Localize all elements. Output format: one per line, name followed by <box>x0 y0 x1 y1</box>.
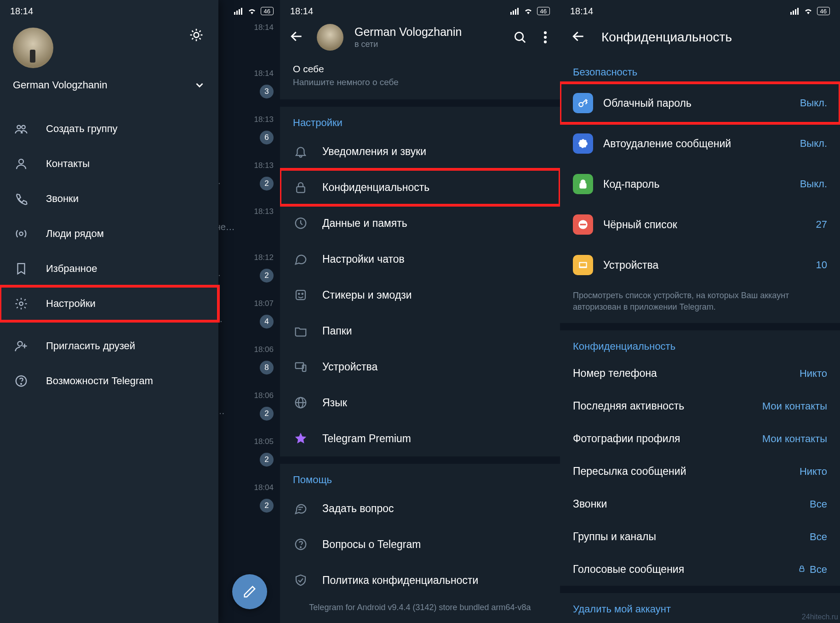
drawer-item-gear[interactable]: Настройки <box>0 286 218 321</box>
more-icon[interactable] <box>543 30 547 44</box>
svg-point-31 <box>544 36 547 39</box>
passcode-icon <box>573 174 593 194</box>
chat-row[interactable]: 18:13 кому не… <box>216 202 280 248</box>
privacy-item-value: Все <box>810 531 827 543</box>
security-item-passcode[interactable]: Код-пароль Выкл. <box>560 164 840 204</box>
chat-row[interactable]: 18:06 utube… 2 <box>216 386 280 433</box>
settings-item-folder[interactable]: Папки <box>280 313 560 349</box>
help-item-label: Политика конфиденциальности <box>322 574 478 587</box>
security-item-autodelete[interactable]: Автоудаление сообщений Выкл. <box>560 123 840 164</box>
settings-item-lock[interactable]: Конфиденциальность <box>280 169 560 205</box>
settings-item-data[interactable]: Данные и память <box>280 205 560 241</box>
privacy-item[interactable]: Звонки Все <box>560 488 840 520</box>
drawer-username: German Vologzhanin <box>13 79 107 91</box>
about-section[interactable]: О себе Напишите немного о себе <box>280 56 560 99</box>
help-item-help[interactable]: Вопросы о Telegram <box>280 526 560 562</box>
privacy-item[interactable]: Голосовые сообщения Все <box>560 553 840 586</box>
drawer-item-phone[interactable]: Звонки <box>0 181 218 216</box>
pencil-icon <box>243 585 257 599</box>
wifi-icon <box>523 7 533 15</box>
chat-row[interactable]: 18:07 м в х… 4 <box>216 294 280 340</box>
privacy-item[interactable]: Номер телефона Никто <box>560 357 840 390</box>
battery-indicator: 46 <box>817 7 830 15</box>
sticker-icon <box>293 287 309 303</box>
menu-item-label: Возможности Telegram <box>46 375 153 387</box>
security-item-label: Код-пароль <box>603 178 660 190</box>
unread-badge: 3 <box>260 85 274 98</box>
chat-row[interactable]: 18:05 kai i… 2 <box>216 433 280 479</box>
svg-point-28 <box>515 32 523 40</box>
chat-row[interactable]: 18:14 в М… 3 <box>216 64 280 110</box>
drawer-item-nearby[interactable]: Люди рядом <box>0 216 218 251</box>
drawer-item-bookmark[interactable]: Избранное <box>0 251 218 286</box>
arrow-left-icon <box>289 29 304 44</box>
section-header-delete[interactable]: Удалить мой аккаунт <box>560 593 840 620</box>
about-hint: Напишите немного о себе <box>293 77 547 87</box>
chat-row[interactable]: 18:06 8 <box>216 340 280 386</box>
drawer-item-person[interactable]: Контакты <box>0 146 218 181</box>
privacy-item[interactable]: Последняя активность Мои контакты <box>560 390 840 422</box>
settings-item-star[interactable]: Telegram Premium <box>280 421 560 456</box>
lock-small-icon <box>798 564 806 576</box>
svg-point-14 <box>22 126 25 129</box>
compose-fab[interactable] <box>232 574 267 609</box>
block-icon <box>573 214 593 235</box>
security-item-value: Выкл. <box>800 138 827 150</box>
chat-row[interactable]: 18:14 і по… <box>216 18 280 64</box>
settings-item-label: Язык <box>322 397 347 409</box>
nearby-icon <box>13 225 29 242</box>
back-button[interactable] <box>571 29 588 46</box>
svg-rect-48 <box>793 11 794 15</box>
signal-icon <box>234 7 243 15</box>
watermark: 24hitech.ru <box>802 613 838 621</box>
drawer-item-add-person[interactable]: Пригласить друзей <box>0 329 218 363</box>
settings-item-devices[interactable]: Устройства <box>280 349 560 385</box>
theme-toggle-button[interactable] <box>189 28 206 44</box>
drawer-item-help[interactable]: Возможности Telegram <box>0 363 218 398</box>
back-button[interactable] <box>289 29 306 46</box>
chevron-down-icon[interactable] <box>194 79 206 91</box>
privacy-item-label: Последняя активность <box>573 400 684 412</box>
security-item-label: Чёрный список <box>603 219 677 231</box>
chat-row[interactable]: 18:12 орта… 2 <box>216 248 280 294</box>
help-item-label: Вопросы о Telegram <box>322 538 421 551</box>
chat-row[interactable]: 18:13 вые… 6 <box>216 110 280 156</box>
settings-item-sticker[interactable]: Стикеры и эмодзи <box>280 277 560 313</box>
section-header-privacy: Конфиденциальность <box>560 330 840 357</box>
privacy-item-label: Пересылка сообщений <box>573 465 686 478</box>
avatar[interactable] <box>13 28 53 68</box>
security-item-block[interactable]: Чёрный список 27 <box>560 204 840 245</box>
avatar[interactable] <box>317 24 343 51</box>
menu-item-label: Пригласить друзей <box>46 340 135 352</box>
security-item-key[interactable]: Облачный пароль Выкл. <box>560 83 840 123</box>
security-item-devices-color[interactable]: Устройства 10 <box>560 245 840 285</box>
globe-icon <box>293 395 309 410</box>
online-status: в сети <box>354 40 502 49</box>
privacy-item[interactable]: Фотографии профиля Мои контакты <box>560 422 840 455</box>
settings-item-chat[interactable]: Настройки чатов <box>280 241 560 277</box>
svg-point-30 <box>544 31 547 34</box>
privacy-item[interactable]: Пересылка сообщений Никто <box>560 455 840 488</box>
settings-item-globe[interactable]: Язык <box>280 385 560 421</box>
svg-rect-2 <box>239 9 240 15</box>
unread-badge: 2 <box>260 453 274 467</box>
drawer-item-group[interactable]: Создать группу <box>0 111 218 146</box>
section-header-settings: Настройки <box>280 107 560 133</box>
chat-time: 18:13 <box>254 115 274 124</box>
settings-item-label: Папки <box>322 325 352 337</box>
help-item-chat-question[interactable]: Задать вопрос <box>280 490 560 526</box>
svg-rect-50 <box>797 8 799 15</box>
svg-point-4 <box>194 33 199 38</box>
privacy-item-value: Мои контакты <box>762 433 827 445</box>
settings-item-bell[interactable]: Уведомления и звуки <box>280 133 560 169</box>
unread-badge: 4 <box>260 315 274 329</box>
svg-line-11 <box>192 38 194 40</box>
menu-item-label: Звонки <box>46 193 79 205</box>
privacy-item[interactable]: Группы и каналы Все <box>560 520 840 553</box>
chat-row[interactable]: 18:13 кача… 2 <box>216 156 280 202</box>
svg-point-16 <box>19 232 23 236</box>
settings-header: German Vologzhanin в сети <box>280 18 560 56</box>
help-item-shield[interactable]: Политика конфиденциальности <box>280 562 560 598</box>
chat-row[interactable]: 18:04 спе… 2 <box>216 479 280 525</box>
search-icon[interactable] <box>513 30 527 44</box>
